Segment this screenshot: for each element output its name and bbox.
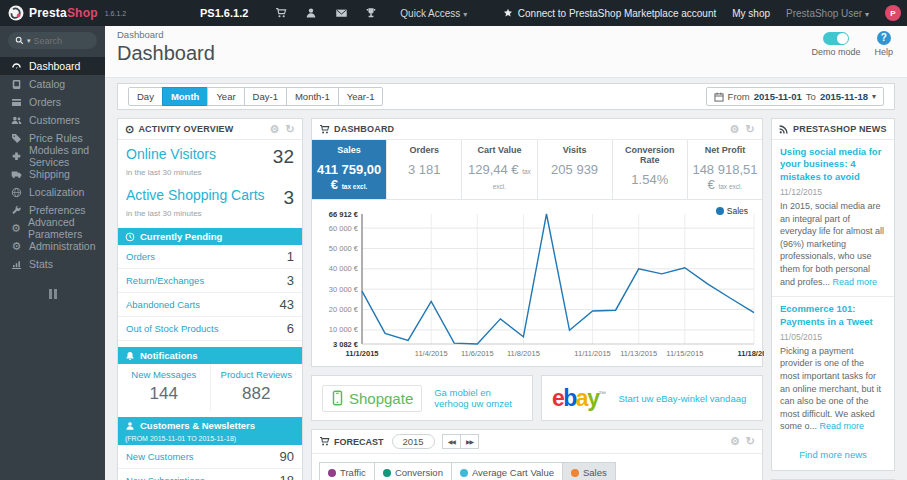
customer-icon[interactable] — [296, 7, 326, 19]
speedometer-icon — [11, 61, 22, 72]
breadcrumb[interactable]: Dashboard — [117, 29, 895, 40]
range-month-1-button[interactable]: Month-1 — [286, 87, 339, 106]
range-month-button[interactable]: Month — [162, 87, 209, 106]
active-carts-link[interactable]: Active Shopping Carts — [126, 187, 265, 203]
range-day-1-button[interactable]: Day-1 — [244, 87, 287, 106]
read-more-link[interactable]: Read more — [820, 421, 865, 431]
new-customers-link[interactable]: New Customers — [126, 451, 194, 462]
news-item-title[interactable]: Using social media for your business: 4 … — [780, 146, 886, 183]
help-icon[interactable]: ? — [877, 31, 891, 45]
chart-legend[interactable]: Sales — [716, 206, 748, 216]
sidebar-item-localization[interactable]: Localization — [0, 183, 105, 201]
date-range-picker[interactable]: From 2015-11-01 To 2015-11-18 ▾ — [706, 87, 884, 106]
prestashop-logo[interactable]: PrestaShop 1.6.1.2 — [0, 5, 200, 21]
news-item-excerpt: Picking a payment provider is one of the… — [780, 345, 886, 433]
online-visitors-subtitle: in the last 30 minutes — [118, 168, 302, 181]
news-item-date: 11/12/2015 — [780, 187, 886, 197]
caret-down-icon: ▾ — [872, 92, 876, 101]
range-button-group: Day Month Year Day-1 Month-1 Year-1 — [128, 87, 383, 106]
kpi-visits[interactable]: Visits 205 939 — [538, 140, 613, 199]
sidebar-item-administration[interactable]: ⚙ Administration — [0, 237, 105, 255]
sidebar-item-catalog[interactable]: Catalog — [0, 75, 105, 93]
forecast-panel: FORECAST 2015 ◀◀ ▶▶ ⚙ ↻ Traffic — [311, 429, 763, 480]
search-icon — [15, 36, 24, 45]
forecast-legend-sales[interactable]: Sales — [562, 462, 616, 480]
online-visitors-link[interactable]: Online Visitors — [126, 146, 216, 162]
new-subscriptions-count: 18 — [280, 473, 294, 480]
sidebar-item-advanced-parameters[interactable]: ⚙ Advanced Parameters — [0, 219, 105, 237]
svg-text:3 082 €: 3 082 € — [333, 340, 359, 349]
new-messages-cell: New Messages 144 — [118, 364, 210, 411]
panel-refresh-icon[interactable]: ↻ — [286, 124, 295, 135]
panel-settings-icon[interactable]: ⚙ — [730, 124, 740, 135]
forecast-prev-button[interactable]: ◀◀ — [442, 434, 461, 449]
panel-settings-icon[interactable]: ⚙ — [270, 124, 280, 135]
ebay-ad-link[interactable]: Start uw eBay-winkel vandaag — [618, 393, 746, 404]
sidebar-item-dashboard[interactable]: Dashboard — [0, 57, 105, 75]
range-year-1-button[interactable]: Year-1 — [338, 87, 384, 106]
forecast-next-button[interactable]: ▶▶ — [460, 434, 479, 449]
prestashop-mascot-icon — [8, 5, 24, 21]
user-avatar[interactable]: P — [885, 5, 901, 21]
demo-mode-toggle[interactable] — [823, 32, 849, 45]
new-messages-count: 144 — [120, 384, 208, 404]
kpi-net-profit[interactable]: Net Profit 148 918,51 € tax excl. — [688, 140, 762, 199]
quick-access-menu[interactable]: Quick Access ▾ — [400, 8, 467, 19]
new-subscriptions-link[interactable]: New Subscriptions — [126, 475, 205, 480]
panel-settings-icon[interactable]: ⚙ — [730, 436, 740, 447]
abandoned-carts-link[interactable]: Abandoned Carts — [126, 299, 200, 310]
forecast-legend-average-cart-value[interactable]: Average Cart Value — [451, 462, 563, 480]
pending-row-abandoned-carts: Abandoned Carts 43 — [118, 293, 302, 317]
product-reviews-link[interactable]: Product Reviews — [213, 369, 301, 380]
shop-name[interactable]: PS1.6.1.2 — [200, 7, 248, 19]
out-of-stock-link[interactable]: Out of Stock Products — [126, 323, 218, 334]
news-item: Ecommerce 101: Payments in a Tweet 11/05… — [772, 296, 894, 441]
help-label: Help — [874, 47, 893, 57]
page-header: Dashboard Dashboard Demo mode ? Help — [105, 26, 907, 78]
search-input[interactable] — [34, 36, 86, 46]
cart-icon[interactable] — [266, 7, 296, 19]
page-title: Dashboard — [117, 42, 895, 65]
panel-refresh-icon[interactable]: ↻ — [746, 436, 755, 447]
range-day-button[interactable]: Day — [128, 87, 163, 106]
new-messages-link[interactable]: New Messages — [120, 369, 208, 380]
range-year-button[interactable]: Year — [207, 87, 244, 106]
news-item-title[interactable]: Ecommerce 101: Payments in a Tweet — [780, 303, 886, 328]
shopgate-ad-card[interactable]: Shopgate Ga mobiel en verhoog uw omzet — [311, 375, 533, 421]
sidebar-item-stats[interactable]: Stats — [0, 255, 105, 273]
activity-icon: ⊙ — [125, 123, 134, 136]
find-more-news-link[interactable]: Find more news — [772, 441, 894, 470]
user-icon — [125, 421, 135, 431]
returns-link[interactable]: Return/Exchanges — [126, 275, 204, 286]
news-item-excerpt: In 2015, social media are an integral pa… — [780, 200, 886, 288]
read-more-link[interactable]: Read more — [833, 277, 878, 287]
sidebar-collapse-handle[interactable] — [0, 289, 105, 299]
active-carts-subtitle: in the last 30 minutes — [118, 209, 302, 222]
kpi-cart-value[interactable]: Cart Value 129,44 € tax excl. — [462, 140, 537, 199]
kpi-sales[interactable]: Sales 411 759,00 € tax excl. — [312, 140, 387, 199]
trophy-icon[interactable] — [356, 7, 386, 19]
sales-chart-area: Sales 66 912 €60 000 €50 000 €40 000 €30… — [312, 200, 762, 366]
cart-icon — [319, 124, 330, 135]
orders-link[interactable]: Orders — [126, 251, 155, 262]
demo-mode-label: Demo mode — [811, 47, 860, 57]
my-shop-link[interactable]: My shop — [732, 8, 770, 19]
kpi-orders[interactable]: Orders 3 181 — [387, 140, 462, 199]
user-menu[interactable]: PrestaShop User ▾ — [786, 8, 869, 19]
sidebar-search[interactable]: ▾ — [8, 32, 97, 49]
panel-refresh-icon[interactable]: ↻ — [746, 124, 755, 135]
messages-icon[interactable] — [326, 7, 356, 19]
ebay-ad-card[interactable]: ebay™ Start uw eBay-winkel vandaag — [541, 375, 763, 421]
online-visitors-row: Online Visitors 32 — [118, 140, 302, 168]
shopgate-ad-link[interactable]: Ga mobiel en verhoog uw omzet — [434, 387, 522, 409]
sidebar-item-customers[interactable]: Customers — [0, 111, 105, 129]
brand-wordmark: PrestaShop — [29, 6, 98, 20]
wrench-icon — [11, 205, 22, 216]
forecast-legend-traffic[interactable]: Traffic — [319, 462, 375, 480]
sidebar-item-modules[interactable]: Modules and Services — [0, 147, 105, 165]
svg-text:11/4/2015: 11/4/2015 — [415, 349, 448, 358]
kpi-conversion-rate[interactable]: Conversion Rate 1.54% — [613, 140, 688, 199]
sidebar-item-orders[interactable]: Orders — [0, 93, 105, 111]
marketplace-connect-link[interactable]: Connect to PrestaShop Marketplace accoun… — [503, 8, 716, 19]
forecast-legend-conversion[interactable]: Conversion — [374, 462, 452, 480]
